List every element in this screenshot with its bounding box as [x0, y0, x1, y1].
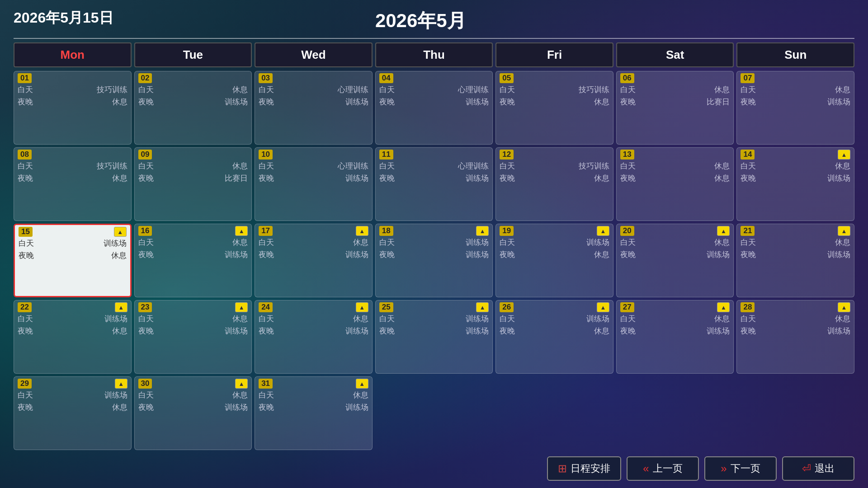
day-cell-22[interactable]: 22▲白天训练场夜晚休息 — [14, 300, 132, 374]
day-cell-13[interactable]: 13白天休息夜晚休息 — [616, 147, 734, 221]
cell-date-29: 29 — [18, 379, 32, 389]
day-cell-17[interactable]: 17▲白天休息夜晚训练场 — [255, 224, 373, 297]
day-cell-29[interactable]: 29▲白天训练场夜晚休息 — [14, 376, 132, 450]
day-cell-23[interactable]: 23▲白天休息夜晚训练场 — [134, 300, 252, 374]
daytime-label-03: 白天 — [259, 84, 274, 95]
cell-top-19: 19▲ — [500, 226, 609, 236]
day-cell-03[interactable]: 03白天心理训练夜晚训练场 — [255, 71, 373, 145]
cell-top-03: 03 — [259, 73, 368, 83]
evening-row-19: 夜晚休息 — [500, 249, 609, 260]
day-cell-24[interactable]: 24▲白天休息夜晚训练场 — [255, 300, 373, 374]
evening-value-08: 休息 — [112, 173, 127, 183]
cell-date-13: 13 — [620, 150, 634, 160]
daytime-label-19: 白天 — [500, 237, 515, 248]
day-cell-12[interactable]: 12白天技巧训练夜晚休息 — [495, 147, 613, 221]
cell-top-31: 31▲ — [259, 379, 368, 389]
day-cell-16[interactable]: 16▲白天休息夜晚训练场 — [134, 224, 252, 297]
warn-icon-23: ▲ — [235, 302, 248, 312]
daytime-row-06: 白天休息 — [620, 84, 730, 95]
evening-value-13: 休息 — [714, 173, 730, 183]
cell-top-09: 09 — [138, 150, 248, 160]
next-icon: » — [721, 462, 726, 475]
exit-button[interactable]: ⏎ 退出 — [782, 456, 854, 481]
evening-row-28: 夜晚训练场 — [741, 325, 850, 337]
day-cell-08[interactable]: 08白天技巧训练夜晚休息 — [14, 147, 132, 221]
evening-row-05: 夜晚休息 — [500, 96, 609, 108]
day-cell-15[interactable]: 15▲白天训练场夜晚休息 — [14, 224, 132, 297]
evening-value-01: 休息 — [112, 97, 127, 107]
evening-value-16: 训练场 — [225, 249, 248, 260]
cell-date-21: 21 — [741, 226, 755, 236]
evening-label-29: 夜晚 — [18, 402, 33, 413]
header: 2026年5月15日 2026年5月 — [14, 8, 854, 33]
daytime-value-06: 休息 — [714, 84, 730, 95]
evening-row-11: 夜晚训练场 — [379, 173, 489, 184]
evening-label-27: 夜晚 — [620, 326, 636, 336]
evening-value-19: 休息 — [594, 249, 609, 260]
day-cell-11[interactable]: 11白天心理训练夜晚训练场 — [375, 147, 493, 221]
day-cell-21[interactable]: 21▲白天休息夜晚训练场 — [736, 224, 854, 297]
cell-top-25: 25▲ — [379, 302, 489, 312]
day-cell-09[interactable]: 09白天休息夜晚比赛日 — [134, 147, 252, 221]
cell-top-12: 12 — [500, 150, 609, 160]
cell-top-21: 21▲ — [741, 226, 850, 236]
next-button[interactable]: » 下一页 — [704, 456, 777, 481]
day-cell-28[interactable]: 28▲白天休息夜晚训练场 — [736, 300, 854, 374]
day-cell-10[interactable]: 10白天心理训练夜晚训练场 — [255, 147, 373, 221]
day-cell-19[interactable]: 19▲白天训练场夜晚休息 — [495, 224, 613, 297]
daytime-label-10: 白天 — [259, 161, 274, 171]
evening-label-30: 夜晚 — [138, 402, 154, 413]
cell-date-10: 10 — [259, 150, 273, 160]
day-cell-06[interactable]: 06白天休息夜晚比赛日 — [616, 71, 734, 145]
calendar-grid: 01白天技巧训练夜晚休息02白天休息夜晚训练场03白天心理训练夜晚训练场04白天… — [14, 71, 854, 450]
current-date: 2026年5月15日 — [14, 8, 113, 28]
day-cell-20[interactable]: 20▲白天休息夜晚训练场 — [616, 224, 734, 297]
main-container: 2026年5月15日 2026年5月 Mon Tue Wed Thu Fri S… — [0, 0, 868, 488]
evening-row-20: 夜晚训练场 — [620, 249, 730, 260]
warn-icon-28: ▲ — [838, 302, 850, 312]
day-cell-26[interactable]: 26▲白天训练场夜晚休息 — [495, 300, 613, 374]
day-cell-empty — [736, 376, 854, 450]
daytime-label-05: 白天 — [500, 84, 515, 95]
schedule-button[interactable]: ⊞ 日程安排 — [547, 456, 621, 481]
daytime-value-05: 技巧训练 — [579, 84, 609, 95]
day-cell-02[interactable]: 02白天休息夜晚训练场 — [134, 71, 252, 145]
cell-date-16: 16 — [138, 226, 152, 236]
daytime-value-26: 训练场 — [586, 314, 609, 324]
daytime-value-07: 休息 — [835, 84, 850, 95]
day-cell-31[interactable]: 31▲白天休息夜晚训练场 — [255, 376, 373, 450]
evening-label-11: 夜晚 — [379, 173, 395, 183]
day-cell-14[interactable]: 14▲白天休息夜晚训练场 — [736, 147, 854, 221]
daytime-row-15: 白天训练场 — [19, 238, 127, 249]
daytime-value-10: 心理训练 — [338, 161, 368, 171]
daytime-value-31: 休息 — [353, 390, 368, 400]
evening-row-27: 夜晚训练场 — [620, 325, 730, 337]
day-cell-05[interactable]: 05白天技巧训练夜晚休息 — [495, 71, 613, 145]
evening-label-19: 夜晚 — [500, 249, 515, 260]
warn-icon-16: ▲ — [235, 226, 248, 236]
day-cell-01[interactable]: 01白天技巧训练夜晚休息 — [14, 71, 132, 145]
warn-icon-24: ▲ — [356, 302, 368, 312]
evening-row-24: 夜晚训练场 — [259, 325, 368, 337]
evening-label-28: 夜晚 — [741, 326, 756, 336]
prev-button[interactable]: « 上一页 — [627, 456, 699, 481]
day-cell-30[interactable]: 30▲白天休息夜晚训练场 — [134, 376, 252, 450]
warn-icon-22: ▲ — [115, 302, 127, 312]
day-cell-18[interactable]: 18▲白天训练场夜晚训练场 — [375, 224, 493, 297]
daytime-row-08: 白天技巧训练 — [18, 160, 127, 172]
cell-top-02: 02 — [138, 73, 248, 83]
daytime-label-30: 白天 — [138, 390, 154, 400]
evening-value-30: 训练场 — [225, 402, 248, 413]
day-cell-07[interactable]: 07白天休息夜晚训练场 — [736, 71, 854, 145]
evening-label-13: 夜晚 — [620, 173, 636, 183]
daytime-value-08: 技巧训练 — [97, 161, 127, 171]
daytime-value-27: 休息 — [714, 314, 730, 324]
warn-icon-30: ▲ — [235, 379, 248, 389]
evening-value-26: 休息 — [594, 326, 609, 336]
day-cell-25[interactable]: 25▲白天训练场夜晚训练场 — [375, 300, 493, 374]
day-cell-04[interactable]: 04白天心理训练夜晚训练场 — [375, 71, 493, 145]
warn-icon-20: ▲ — [717, 226, 730, 236]
day-cell-27[interactable]: 27▲白天休息夜晚训练场 — [616, 300, 734, 374]
daytime-label-26: 白天 — [500, 314, 515, 324]
daytime-row-24: 白天休息 — [259, 313, 368, 324]
